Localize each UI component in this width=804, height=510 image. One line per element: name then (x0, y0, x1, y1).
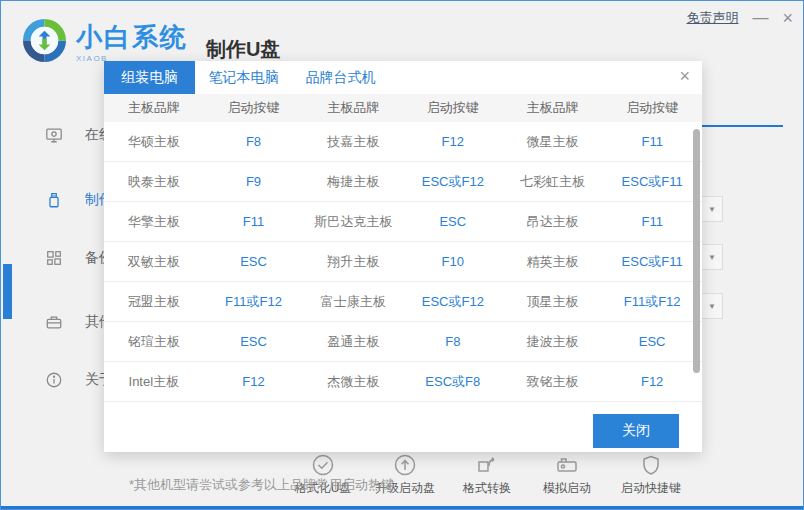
brand-cell: 捷波主板 (503, 333, 603, 351)
key-cell: ESC或F11 (602, 173, 702, 191)
column-header: 启动按键 (204, 99, 304, 117)
column-header: 主板品牌 (303, 99, 403, 117)
key-cell: F11或F12 (204, 293, 304, 311)
dialog-close-icon[interactable]: × (679, 66, 690, 87)
key-cell: F11 (204, 214, 304, 229)
chevron-down-icon: ▼ (708, 205, 716, 214)
tab-desktop-assembled[interactable]: 组装电脑 (104, 61, 195, 94)
dialog-tabs: 组装电脑 笔记本电脑 品牌台式机 × (104, 61, 702, 94)
table-row: 华硕主板 F8 技嘉主板 F12 微星主板 F11 (104, 122, 702, 162)
bottom-toolbar: 格式化U盘 升级启动盘 格式转换 模拟启动 (1, 451, 804, 508)
sidebar-item-backup-restore[interactable]: 备份 (1, 238, 104, 278)
brand-cell: 微星主板 (503, 133, 603, 151)
key-cell: F11 (602, 214, 702, 229)
upgrade-bootdisk-icon (393, 453, 417, 477)
brand-cell: 铭瑄主板 (104, 333, 204, 351)
backup-restore-icon (45, 249, 63, 267)
key-cell: ESC或F11 (602, 253, 702, 271)
toolbar-item-label: 启动快捷键 (621, 480, 681, 497)
key-cell: ESC或F12 (403, 293, 503, 311)
toolbar-item-boot-hotkey[interactable]: 启动快捷键 (609, 453, 693, 497)
app-window: 免责声明 — × 小白系统 XIAOB 制作U盘 (0, 0, 804, 510)
window-close-icon[interactable]: × (782, 9, 793, 27)
brand-cell: 华硕主板 (104, 133, 204, 151)
brand-cell: 致铭主板 (503, 373, 603, 391)
key-cell: F10 (403, 254, 503, 269)
chevron-down-icon: ▼ (708, 302, 716, 311)
key-cell: F12 (403, 134, 503, 149)
logo-icon (21, 17, 68, 64)
table-header: 主板品牌 启动按键 主板品牌 启动按键 主板品牌 启动按键 (104, 94, 702, 122)
tab-brand-desktop[interactable]: 品牌台式机 (292, 61, 389, 94)
table-row: 冠盟主板 F11或F12 富士康主板 ESC或F12 顶星主板 F11或F12 (104, 282, 702, 322)
chevron-down-icon: ▼ (708, 253, 716, 262)
brand-cell: 盈通主板 (303, 333, 403, 351)
brand-cell: 昂达主板 (503, 213, 603, 231)
key-cell: ESC (403, 214, 503, 229)
usb-drive-icon (45, 191, 63, 209)
key-cell: ESC (204, 334, 304, 349)
key-cell: ESC或F12 (403, 173, 503, 191)
toolbar-item-label: 格式转换 (463, 480, 511, 497)
brand-cell: 顶星主板 (503, 293, 603, 311)
table-row: 华擎主板 F11 斯巴达克主板 ESC 昂达主板 F11 (104, 202, 702, 242)
column-header: 启动按键 (602, 99, 702, 117)
brand-cell: 富士康主板 (303, 293, 403, 311)
brand-cell: 华擎主板 (104, 213, 204, 231)
app-logo: 小白系统 XIAOB (21, 17, 188, 64)
dialog-scrollbar[interactable] (693, 129, 700, 373)
brand-cell: 翔升主板 (303, 253, 403, 271)
boot-hotkey-icon (639, 453, 663, 477)
key-cell: ESC或F8 (403, 373, 503, 391)
online-reinstall-icon (45, 126, 63, 144)
page-title: 制作U盘 (206, 36, 280, 63)
sidebar-item-other[interactable]: 其他 (1, 302, 104, 342)
sidebar-item-about[interactable]: 关于 (1, 360, 104, 400)
key-cell: F8 (204, 134, 304, 149)
brand-cell: 杰微主板 (303, 373, 403, 391)
toolbar-item-format-convert[interactable]: 格式转换 (445, 453, 529, 497)
key-cell: F8 (403, 334, 503, 349)
key-cell: F12 (204, 374, 304, 389)
format-convert-icon (475, 453, 499, 477)
disclaimer-link[interactable]: 免责声明 (686, 9, 738, 27)
key-cell: F9 (204, 174, 304, 189)
column-header: 启动按键 (403, 99, 503, 117)
key-cell: F11或F12 (602, 293, 702, 311)
titlebar-controls: 免责声明 — × (686, 9, 793, 27)
dialog-note: *其他机型请尝试或参考以上品牌常用启动热键 (129, 476, 394, 494)
simulate-boot-icon (555, 453, 579, 477)
window-bottom-accent (1, 506, 803, 509)
table-row: Intel主板 F12 杰微主板 ESC或F8 致铭主板 F12 (104, 362, 702, 402)
brand-cell: 七彩虹主板 (503, 173, 603, 191)
key-cell: F11 (602, 134, 702, 149)
key-cell: F12 (602, 374, 702, 389)
app-name: 小白系统 (76, 21, 188, 53)
logo-text: 小白系统 XIAOB (76, 17, 188, 64)
boot-hotkey-dialog: 组装电脑 笔记本电脑 品牌台式机 × 主板品牌 启动按键 主板品牌 启动按键 主… (104, 61, 702, 452)
brand-cell: 精英主板 (503, 253, 603, 271)
key-cell: ESC (602, 334, 702, 349)
column-header: 主板品牌 (104, 99, 204, 117)
sidebar-item-make-udisk[interactable]: 制作 (1, 180, 104, 220)
column-header: 主板品牌 (503, 99, 603, 117)
brand-cell: 技嘉主板 (303, 133, 403, 151)
minimize-icon[interactable]: — (752, 10, 768, 26)
brand-cell: 梅捷主板 (303, 173, 403, 191)
key-cell: ESC (204, 254, 304, 269)
brand-cell: 映泰主板 (104, 173, 204, 191)
info-icon (45, 371, 63, 389)
briefcase-icon (45, 313, 63, 331)
toolbar-item-simulate-boot[interactable]: 模拟启动 (525, 453, 609, 497)
table-row: 映泰主板 F9 梅捷主板 ESC或F12 七彩虹主板 ESC或F11 (104, 162, 702, 202)
format-udisk-icon (311, 453, 335, 477)
table-row: 铭瑄主板 ESC 盈通主板 F8 捷波主板 ESC (104, 322, 702, 362)
tab-laptop[interactable]: 笔记本电脑 (195, 61, 292, 94)
sidebar-item-online-reinstall[interactable]: 在线 (1, 115, 104, 155)
close-button[interactable]: 关闭 (593, 414, 679, 448)
brand-cell: Intel主板 (104, 373, 204, 391)
toolbar-item-label: 模拟启动 (543, 480, 591, 497)
brand-cell: 冠盟主板 (104, 293, 204, 311)
table-row: 双敏主板 ESC 翔升主板 F10 精英主板 ESC或F11 (104, 242, 702, 282)
brand-cell: 斯巴达克主板 (303, 213, 403, 231)
